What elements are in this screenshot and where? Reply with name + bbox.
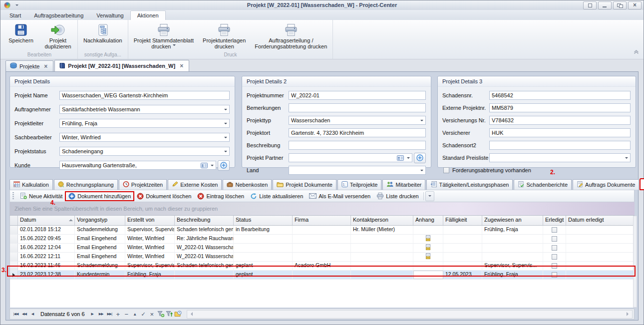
first-record-button[interactable] [11,310,20,318]
contact-card-icon[interactable] [397,155,404,161]
doc-tab-projekte[interactable]: Projekte [5,60,53,71]
restore-button[interactable] [613,1,627,9]
column-header-zugewiesen-an[interactable]: Zugewiesen an [482,216,543,225]
ribbon-button-projekt-duplizieren[interactable]: Projektduplizieren [40,21,76,50]
input-standard-preisliste[interactable] [489,153,631,162]
edit-record-button[interactable] [131,310,139,318]
tab-projekt-dokumente[interactable]: Projekt Dokumente [273,179,336,190]
input-projektleiter[interactable]: Frühling, Fraja [59,119,230,128]
combo-arrow-icon[interactable] [222,119,229,127]
input-auftragnehmer[interactable]: Sanitärfachbetrieb Wassermann [59,105,230,114]
input-versicherungs-nr[interactable]: V784632 [489,116,631,125]
input-externe-projektnr[interactable]: MM5879 [489,103,631,112]
ribbon-button-projektunterlagen-drucken[interactable]: Projektunterlagendrucken [199,21,250,50]
input-sachbearbeiter[interactable]: Winter, Winfried [59,133,230,142]
minus-record-button[interactable] [122,310,131,318]
minimize-button[interactable] [598,1,612,9]
toolbar-grip-handle[interactable] [12,192,14,200]
column-header-datum[interactable]: Datum [18,216,75,225]
tab-teilprojekte[interactable]: 1:Teilprojekte [337,179,382,190]
close-tab-icon[interactable] [44,63,49,70]
tab-mitarbeiter[interactable]: Mitarbeiter [382,179,425,190]
tab-tätigkeiten-leistungsphasen[interactable]: Tätigkeiten/Leistungsphasen [426,179,513,190]
column-header-kontaktperson[interactable]: Kontaktperson [351,216,413,225]
table-row[interactable]: 02.01.2018 15:12SchadenmeldungSupervisor… [10,226,634,235]
last-record-button[interactable] [105,310,114,318]
toolbar-button-neue-aktivität[interactable]: Neue Aktivität [17,192,65,200]
horizontal-scrollbar[interactable] [187,310,633,319]
close-button[interactable] [628,1,642,9]
next-record-button[interactable] [88,310,97,318]
toolbar-overflow-caret-icon[interactable] [425,191,434,201]
filter-sort-icon[interactable] [165,310,174,318]
erledigt-checkbox[interactable] [552,227,557,233]
toolbar-button-liste-drucken[interactable]: Liste drucken [373,192,421,200]
erledigt-checkbox[interactable] [552,272,557,278]
collapse-ribbon-icon[interactable] [633,49,640,55]
erledigt-checkbox[interactable] [552,254,557,260]
column-header-erledigt[interactable]: Erledigt [543,216,566,225]
input-projekt-name[interactable]: Wasserschaden_WEG Gartenstr-Kirchheim [59,91,230,100]
plus-record-button[interactable] [114,310,122,318]
table-row[interactable]: 16.06.2022 12:04Email EingehendWinter, W… [10,244,634,253]
erledigt-checkbox[interactable] [552,245,557,251]
input-projektstatus[interactable]: Schadeneingang [59,147,230,156]
fullscreen-button[interactable] [583,1,597,9]
input-schadensort2[interactable] [489,141,631,150]
combo-arrow-icon[interactable] [222,133,229,141]
tab-auftrags-dokumente[interactable]: Auftrags Dokumente [573,179,639,190]
ribbon-button-speichern[interactable]: Speichern [3,21,39,44]
toolbar-button-liste-aktualisieren[interactable]: Liste aktualisieren [247,192,306,201]
column-header-status[interactable]: Status [234,216,293,225]
input-projektnummer[interactable]: W_2022-01 [289,91,426,100]
doc-tab-projekt-w-2022-01-wasserschaden-w[interactable]: Projekt [W_2022-01] [Wasserschaden_W] [54,60,189,71]
toolbar-button-dokument-hinzufügen[interactable]: Dokument hinzufügen [65,192,134,201]
add-new-button[interactable] [414,153,426,163]
column-header-erstellt-von[interactable]: Erstellt von [125,216,175,225]
combo-arrow-icon[interactable] [623,154,630,162]
input-projekttyp[interactable]: Wasserschaden [289,116,426,125]
table-row[interactable]: 16.02.2023 11:46SchadenmeldungSupervisor… [10,262,634,271]
column-header-datum-erledigt[interactable]: Datum erledigt [566,216,635,225]
input-beschreibung[interactable] [289,141,426,150]
erledigt-checkbox[interactable] [552,236,557,242]
tab-projektzeiten[interactable]: Projektzeiten [119,179,167,190]
input-land[interactable] [289,166,426,175]
table-row[interactable]: 15.06.2022 09:45Email EingehendWinter, W… [10,235,634,244]
erledigt-checkbox[interactable] [552,263,557,269]
contact-card-icon[interactable] [201,163,208,168]
tab-externe-kosten[interactable]: Externe Kosten [168,179,222,190]
ribbon-tab-aktionen[interactable]: Aktionen [130,10,166,20]
input-kunde[interactable]: Hausverwaltung Gartenstraße, [59,161,216,170]
add-new-button[interactable] [218,160,230,171]
ribbon-button-projekt-stammdatenblatt-drucken[interactable]: Projekt Stammdatenblattdrucken [130,21,198,50]
history-icon[interactable] [174,310,182,318]
check-record-button[interactable] [139,310,148,318]
combo-arrow-icon[interactable] [222,147,229,155]
combo-arrow-icon[interactable] [222,105,229,113]
group-by-panel[interactable]: Ziehen Sie eine Spaltenüberschrift in di… [9,202,635,216]
tab-schadenberichte[interactable]: Schadenberichte [514,179,572,190]
rewind-record-button[interactable] [20,310,28,318]
column-header-anhang[interactable]: Anhang [413,216,443,225]
vertical-scrollbar[interactable] [633,216,637,308]
input-schadensnr[interactable]: 5468542 [489,91,631,100]
column-header-beschreibung[interactable]: Beschreibung [175,216,234,225]
input-projekt-partner[interactable] [289,153,412,162]
table-row[interactable]: 23.02.2023 12:38KundenterminFrühling, Fr… [10,271,634,280]
toolbar-button-eintrag-löschen[interactable]: Eintrag löschen [194,192,247,201]
input-versicherer[interactable]: HUK [489,128,631,137]
ribbon-button-nachkalkulation[interactable]: Nachkalkulation [79,21,126,44]
scroll-right-icon[interactable] [627,312,631,316]
column-header-firma[interactable]: Firma [293,216,351,225]
input-projektort[interactable]: Gartenstr. 4, 73230 Kirchheim [289,128,426,137]
forward-record-button[interactable] [97,310,105,318]
combo-arrow-icon[interactable] [405,154,412,162]
toolbar-button-dokument-löschen[interactable]: Dokument löschen [134,192,194,201]
filter-add-icon[interactable] [157,310,165,318]
column-header-fälligkeit[interactable]: Fälligkeit [443,216,482,225]
close-tab-icon[interactable] [180,62,185,69]
ribbon-tab-verwaltung[interactable]: Verwaltung [90,11,130,20]
ribbon-tab-auftragsbearbeitung[interactable]: Auftragsbearbeitung [27,11,90,20]
table-row[interactable]: 16.06.2022 12:11Email EingehendWinter, W… [10,253,634,262]
